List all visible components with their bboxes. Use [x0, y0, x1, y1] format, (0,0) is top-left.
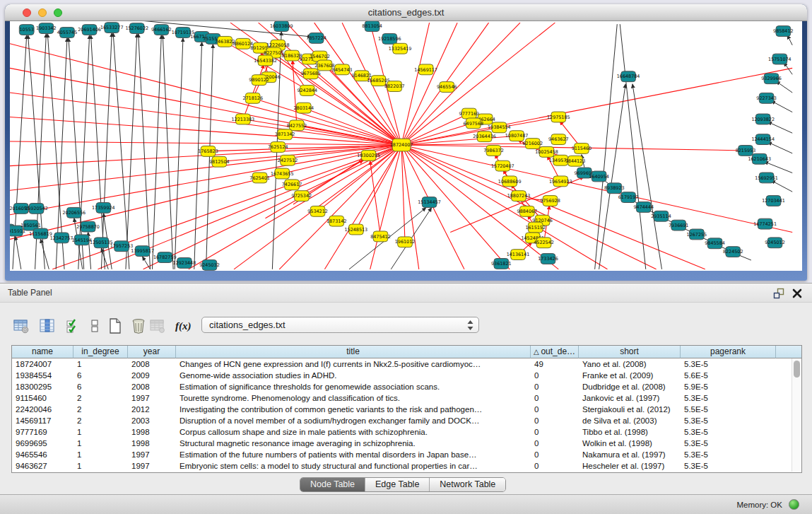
graph-node[interactable]: 8215953 [736, 146, 756, 156]
table-cell[interactable]: 49 [531, 358, 579, 370]
table-cell[interactable]: Corpus callosum shape and size in male p… [176, 426, 531, 438]
graph-edge[interactable] [16, 236, 21, 269]
graph-edge[interactable] [595, 24, 618, 269]
graph-node[interactable]: 6216002 [522, 139, 543, 149]
graph-node[interactable]: 12703441 [762, 196, 785, 206]
import-table-icon[interactable] [149, 317, 166, 334]
table-cell[interactable]: 5.3E-5 [681, 358, 776, 370]
graph-node[interactable]: 8938923 [604, 183, 625, 194]
table-cell[interactable]: 0 [531, 370, 579, 381]
table-row[interactable]: 946554611997Estimation of the future num… [12, 449, 792, 460]
graph-node[interactable]: 6179197 [618, 192, 639, 203]
table-row[interactable]: 1872400712008Changes of HCN gene express… [12, 358, 792, 370]
graph-edge[interactable] [787, 35, 792, 45]
graph-node[interactable]: 10807487 [505, 131, 529, 141]
table-cell[interactable]: Hescheler et al. (1997) [579, 460, 681, 472]
graph-edge[interactable] [10, 93, 401, 145]
table-cell[interactable]: Changes of HCN gene expression and I(f) … [176, 358, 531, 370]
graph-node[interactable]: 1640954 [589, 171, 609, 182]
column-header-short[interactable]: short [579, 346, 681, 358]
table-cell[interactable]: Tourette syndrome. Phenomenology and cla… [176, 392, 531, 404]
graph-node[interactable]: 7936691 [669, 220, 689, 230]
graph-node[interactable]: 15692951 [755, 173, 778, 183]
table-row[interactable]: 969969511998Structural magnetic resonanc… [12, 438, 792, 449]
graph-node[interactable]: 12342757 [50, 233, 73, 243]
graph-node[interactable]: 17957253 [110, 241, 134, 252]
table-cell[interactable]: 5.5E-5 [681, 404, 776, 415]
table-cell[interactable]: 2 [73, 415, 128, 426]
graph-node[interactable]: 2935114 [651, 211, 671, 221]
column-header-in_degree[interactable]: in_degree [73, 346, 128, 358]
table-scrollbar[interactable] [792, 358, 801, 472]
graph-edge[interactable] [768, 122, 793, 133]
table-cell[interactable]: Nakamura et al. (1997) [579, 449, 681, 460]
graph-node[interactable]: 9245032 [199, 259, 220, 270]
table-cell[interactable]: 2008 [128, 381, 176, 392]
graph-node[interactable]: 1961012 [395, 237, 416, 247]
graph-node[interactable]: 7857224 [306, 33, 326, 43]
graph-node[interactable]: 18724007 [390, 139, 413, 151]
graph-node[interactable]: 1733426 [538, 254, 558, 264]
table-cell[interactable]: Yano et al. (2008) [579, 358, 681, 370]
table-cell[interactable]: 6 [73, 381, 128, 392]
graph-edge[interactable] [139, 34, 151, 269]
graph-node[interactable]: 8454743 [332, 64, 353, 75]
rows-icon[interactable] [86, 317, 103, 334]
graph-node[interactable]: 1267255 [687, 229, 707, 240]
table-cell[interactable]: 0 [531, 460, 579, 472]
network-view-window[interactable]: citations_edges.txt 10553190334240557452… [5, 4, 807, 281]
table-cell[interactable]: 1 [73, 460, 128, 472]
graph-node[interactable]: 9465546 [437, 82, 457, 93]
graph-node[interactable]: 2718126 [242, 93, 263, 103]
graph-node[interactable]: 4522542 [534, 238, 554, 248]
table-cell[interactable]: 5.3E-5 [681, 438, 776, 449]
graph-node[interactable]: 9361821 [491, 259, 512, 269]
column-header-title[interactable]: title [176, 346, 531, 358]
graph-edge[interactable] [152, 35, 161, 269]
graph-node[interactable]: 7426617 [282, 180, 302, 190]
select-rows-icon[interactable] [65, 317, 82, 334]
table-cell[interactable]: 0 [531, 438, 579, 449]
column-select-icon[interactable] [39, 317, 56, 334]
graph-edge[interactable] [113, 33, 129, 269]
table-cell[interactable]: 0 [531, 404, 579, 415]
graph-node[interactable]: 9466162 [151, 25, 172, 35]
graph-edge[interactable] [78, 35, 90, 269]
column-header-year[interactable]: year [128, 346, 176, 358]
graph-node[interactable]: 12093822 [751, 114, 775, 124]
table-cell[interactable]: Dudbridge et al. (2008) [579, 381, 681, 392]
function-builder-icon[interactable]: f(x) [174, 317, 195, 334]
table-settings-icon[interactable] [13, 317, 30, 334]
graph-node[interactable]: 9756928 [540, 196, 560, 206]
window-titlebar[interactable]: citations_edges.txt [5, 4, 807, 21]
graph-node[interactable]: 4055745 [57, 28, 78, 38]
graph-node[interactable]: 9675685 [300, 69, 321, 79]
graph-node[interactable]: 16533277 [100, 23, 124, 33]
graph-node[interactable]: 20364436 [473, 132, 496, 142]
graph-node[interactable]: 9329966 [761, 74, 782, 84]
graph-node[interactable]: 2803144 [294, 103, 314, 113]
graph-edge[interactable] [401, 23, 430, 145]
graph-edge[interactable] [370, 145, 401, 269]
graph-node[interactable]: 15248513 [345, 224, 368, 235]
graph-node[interactable]: 8224502 [723, 247, 743, 257]
graph-node[interactable]: 15751074 [768, 54, 792, 64]
graph-node[interactable]: 9890122 [249, 75, 269, 86]
table-cell[interactable]: Structural magnetic resonance image aver… [176, 438, 531, 449]
graph-edge[interactable] [772, 180, 793, 192]
table-cell[interactable]: 1997 [128, 460, 176, 472]
graph-node[interactable]: 2427512 [278, 155, 298, 165]
table-scrollbar-thumb[interactable] [794, 361, 800, 378]
graph-node[interactable]: 9474444 [634, 202, 654, 213]
table-cell[interactable]: 1997 [128, 449, 176, 460]
table-cell[interactable]: 0 [531, 449, 579, 460]
table-cell[interactable]: 5.3E-5 [681, 426, 776, 438]
table-cell[interactable]: 9777169 [12, 426, 73, 438]
graph-edge[interactable] [765, 162, 793, 173]
table-row[interactable]: 977716911998Corpus callosum shape and si… [12, 426, 792, 438]
table-cell[interactable]: 2009 [128, 370, 176, 381]
table-cell[interactable]: Estimation of the future numbers of pati… [176, 449, 531, 460]
graph-node[interactable]: 13325419 [389, 43, 412, 54]
graph-node[interactable]: 8813054 [362, 21, 382, 32]
graph-node[interactable]: 9463627 [548, 134, 569, 145]
